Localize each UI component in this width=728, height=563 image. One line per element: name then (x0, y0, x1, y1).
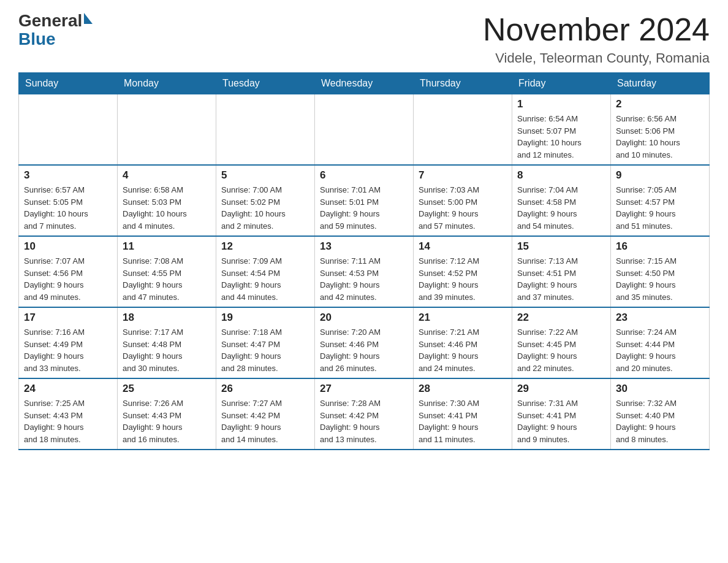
day-info: Sunrise: 7:17 AM Sunset: 4:48 PM Dayligh… (123, 326, 211, 374)
day-number: 19 (221, 312, 309, 324)
day-number: 18 (123, 312, 211, 324)
calendar-cell: 18Sunrise: 7:17 AM Sunset: 4:48 PM Dayli… (118, 307, 216, 378)
day-number: 23 (616, 312, 704, 324)
day-number: 2 (616, 98, 704, 110)
day-info: Sunrise: 7:26 AM Sunset: 4:43 PM Dayligh… (123, 397, 211, 445)
day-info: Sunrise: 7:05 AM Sunset: 4:57 PM Dayligh… (616, 184, 704, 232)
calendar-cell: 25Sunrise: 7:26 AM Sunset: 4:43 PM Dayli… (118, 378, 216, 450)
day-number: 8 (517, 169, 605, 182)
col-tuesday: Tuesday (216, 73, 315, 94)
day-number: 27 (320, 383, 408, 395)
col-saturday: Saturday (611, 73, 710, 94)
day-info: Sunrise: 7:27 AM Sunset: 4:42 PM Dayligh… (221, 397, 309, 445)
calendar-cell: 10Sunrise: 7:07 AM Sunset: 4:56 PM Dayli… (19, 236, 118, 307)
day-info: Sunrise: 7:24 AM Sunset: 4:44 PM Dayligh… (616, 326, 704, 374)
calendar-cell: 24Sunrise: 7:25 AM Sunset: 4:43 PM Dayli… (19, 378, 118, 450)
day-number: 15 (517, 240, 605, 253)
day-info: Sunrise: 7:30 AM Sunset: 4:41 PM Dayligh… (419, 397, 507, 445)
col-thursday: Thursday (414, 73, 512, 94)
calendar-cell: 20Sunrise: 7:20 AM Sunset: 4:46 PM Dayli… (315, 307, 414, 378)
day-number: 5 (221, 169, 309, 182)
calendar-cell: 28Sunrise: 7:30 AM Sunset: 4:41 PM Dayli… (414, 378, 512, 450)
day-number: 26 (221, 383, 309, 395)
day-info: Sunrise: 7:13 AM Sunset: 4:51 PM Dayligh… (517, 255, 605, 303)
day-number: 29 (517, 383, 605, 395)
calendar-cell: 3Sunrise: 6:57 AM Sunset: 5:05 PM Daylig… (19, 165, 118, 236)
calendar-cell: 7Sunrise: 7:03 AM Sunset: 5:00 PM Daylig… (414, 165, 512, 236)
week-row-5: 24Sunrise: 7:25 AM Sunset: 4:43 PM Dayli… (19, 378, 710, 450)
day-number: 11 (123, 240, 211, 253)
calendar-cell: 27Sunrise: 7:28 AM Sunset: 4:42 PM Dayli… (315, 378, 414, 450)
day-number: 12 (221, 240, 309, 253)
day-number: 7 (419, 169, 507, 182)
col-wednesday: Wednesday (315, 73, 414, 94)
logo-blue-text: Blue (18, 29, 56, 49)
day-info: Sunrise: 7:18 AM Sunset: 4:47 PM Dayligh… (221, 326, 309, 374)
day-info: Sunrise: 7:07 AM Sunset: 4:56 PM Dayligh… (24, 255, 112, 303)
day-info: Sunrise: 7:25 AM Sunset: 4:43 PM Dayligh… (24, 397, 112, 445)
calendar-header-row: Sunday Monday Tuesday Wednesday Thursday… (19, 73, 710, 94)
day-number: 9 (616, 169, 704, 182)
day-info: Sunrise: 7:12 AM Sunset: 4:52 PM Dayligh… (419, 255, 507, 303)
calendar-cell: 13Sunrise: 7:11 AM Sunset: 4:53 PM Dayli… (315, 236, 414, 307)
day-info: Sunrise: 7:31 AM Sunset: 4:41 PM Dayligh… (517, 397, 605, 445)
calendar-cell: 14Sunrise: 7:12 AM Sunset: 4:52 PM Dayli… (414, 236, 512, 307)
day-info: Sunrise: 7:28 AM Sunset: 4:42 PM Dayligh… (320, 397, 408, 445)
day-number: 25 (123, 383, 211, 395)
day-number: 1 (517, 98, 605, 110)
calendar-cell: 6Sunrise: 7:01 AM Sunset: 5:01 PM Daylig… (315, 165, 414, 236)
month-title: November 2024 (483, 12, 710, 47)
week-row-1: 1Sunrise: 6:54 AM Sunset: 5:07 PM Daylig… (19, 94, 710, 166)
day-info: Sunrise: 7:32 AM Sunset: 4:40 PM Dayligh… (616, 397, 704, 445)
calendar-cell: 21Sunrise: 7:21 AM Sunset: 4:46 PM Dayli… (414, 307, 512, 378)
calendar-cell: 30Sunrise: 7:32 AM Sunset: 4:40 PM Dayli… (611, 378, 710, 450)
calendar-cell (216, 94, 315, 166)
calendar-cell: 29Sunrise: 7:31 AM Sunset: 4:41 PM Dayli… (512, 378, 611, 450)
calendar-cell: 1Sunrise: 6:54 AM Sunset: 5:07 PM Daylig… (512, 94, 611, 166)
calendar-cell: 17Sunrise: 7:16 AM Sunset: 4:49 PM Dayli… (19, 307, 118, 378)
calendar-cell: 19Sunrise: 7:18 AM Sunset: 4:47 PM Dayli… (216, 307, 315, 378)
day-info: Sunrise: 6:54 AM Sunset: 5:07 PM Dayligh… (517, 113, 605, 161)
week-row-3: 10Sunrise: 7:07 AM Sunset: 4:56 PM Dayli… (19, 236, 710, 307)
day-info: Sunrise: 6:57 AM Sunset: 5:05 PM Dayligh… (24, 184, 112, 232)
calendar-cell: 22Sunrise: 7:22 AM Sunset: 4:45 PM Dayli… (512, 307, 611, 378)
day-info: Sunrise: 7:04 AM Sunset: 4:58 PM Dayligh… (517, 184, 605, 232)
logo-arrow-icon (84, 13, 93, 24)
calendar-cell: 16Sunrise: 7:15 AM Sunset: 4:50 PM Dayli… (611, 236, 710, 307)
day-number: 21 (419, 312, 507, 324)
day-info: Sunrise: 7:01 AM Sunset: 5:01 PM Dayligh… (320, 184, 408, 232)
day-number: 30 (616, 383, 704, 395)
calendar-cell: 12Sunrise: 7:09 AM Sunset: 4:54 PM Dayli… (216, 236, 315, 307)
title-section: November 2024 Videle, Teleorman County, … (483, 12, 710, 66)
day-info: Sunrise: 7:11 AM Sunset: 4:53 PM Dayligh… (320, 255, 408, 303)
calendar-cell: 5Sunrise: 7:00 AM Sunset: 5:02 PM Daylig… (216, 165, 315, 236)
calendar-cell (19, 94, 118, 166)
day-number: 13 (320, 240, 408, 253)
day-info: Sunrise: 7:21 AM Sunset: 4:46 PM Dayligh… (419, 326, 507, 374)
calendar-cell (414, 94, 512, 166)
day-info: Sunrise: 7:09 AM Sunset: 4:54 PM Dayligh… (221, 255, 309, 303)
col-friday: Friday (512, 73, 611, 94)
calendar-cell: 15Sunrise: 7:13 AM Sunset: 4:51 PM Dayli… (512, 236, 611, 307)
day-number: 10 (24, 240, 112, 253)
calendar-cell: 8Sunrise: 7:04 AM Sunset: 4:58 PM Daylig… (512, 165, 611, 236)
calendar-cell: 4Sunrise: 6:58 AM Sunset: 5:03 PM Daylig… (118, 165, 216, 236)
calendar-cell: 26Sunrise: 7:27 AM Sunset: 4:42 PM Dayli… (216, 378, 315, 450)
week-row-2: 3Sunrise: 6:57 AM Sunset: 5:05 PM Daylig… (19, 165, 710, 236)
week-row-4: 17Sunrise: 7:16 AM Sunset: 4:49 PM Dayli… (19, 307, 710, 378)
day-info: Sunrise: 7:03 AM Sunset: 5:00 PM Dayligh… (419, 184, 507, 232)
calendar-cell: 2Sunrise: 6:56 AM Sunset: 5:06 PM Daylig… (611, 94, 710, 166)
day-info: Sunrise: 6:56 AM Sunset: 5:06 PM Dayligh… (616, 113, 704, 161)
day-info: Sunrise: 7:00 AM Sunset: 5:02 PM Dayligh… (221, 184, 309, 232)
calendar-cell: 9Sunrise: 7:05 AM Sunset: 4:57 PM Daylig… (611, 165, 710, 236)
day-info: Sunrise: 7:08 AM Sunset: 4:55 PM Dayligh… (123, 255, 211, 303)
day-number: 17 (24, 312, 112, 324)
location-subtitle: Videle, Teleorman County, Romania (483, 50, 710, 66)
day-info: Sunrise: 7:15 AM Sunset: 4:50 PM Dayligh… (616, 255, 704, 303)
logo: General Blue (18, 12, 93, 49)
col-sunday: Sunday (19, 73, 118, 94)
calendar-cell: 23Sunrise: 7:24 AM Sunset: 4:44 PM Dayli… (611, 307, 710, 378)
day-info: Sunrise: 6:58 AM Sunset: 5:03 PM Dayligh… (123, 184, 211, 232)
calendar-cell (315, 94, 414, 166)
day-number: 16 (616, 240, 704, 253)
